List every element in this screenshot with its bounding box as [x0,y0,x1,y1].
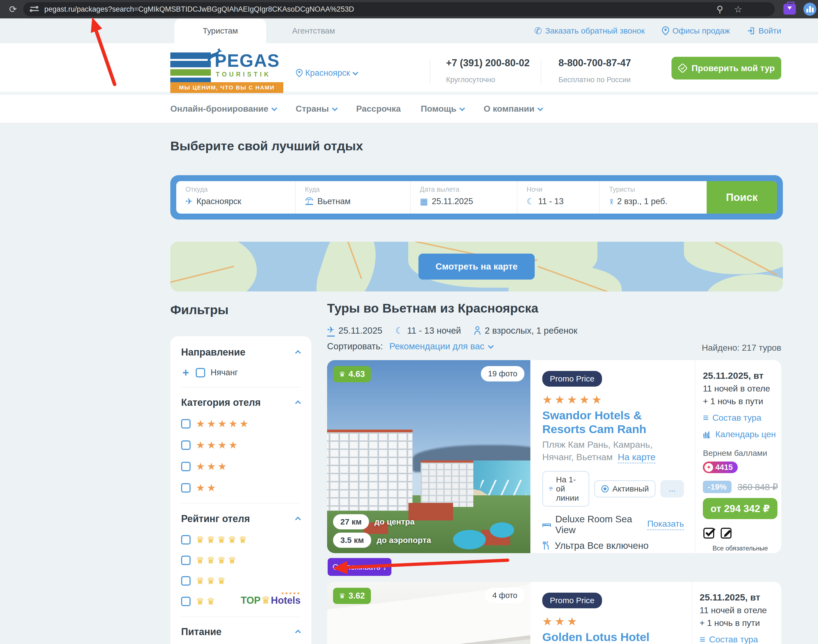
distance-row: 3.5 км до аэропорта [333,533,431,548]
booking-check-icon[interactable] [703,526,716,539]
checkbox[interactable] [181,462,191,471]
checkbox[interactable] [196,368,205,377]
plus-icon[interactable]: + [181,368,190,377]
checkbox[interactable] [181,419,191,429]
distance-label: до центра [374,517,415,526]
chevron-up-icon[interactable] [295,350,301,356]
phone-primary[interactable]: +7 (391) 200-80-02 Круглосуточно [446,57,530,84]
show-room-link[interactable]: Показать [647,519,684,530]
show-on-map-button[interactable]: Смотреть на карте [418,254,535,279]
hotel-tag[interactable]: Активный [594,480,656,497]
distance-value: 3.5 км [333,533,371,548]
site-header-top: Туристам Агентствам ✆ Заказать обратный … [0,18,818,43]
checkbox[interactable] [181,556,191,565]
search-field[interactable]: Ночи ☾11 - 13 [517,181,599,213]
chevron-down-icon [271,105,277,111]
extension-chart-icon[interactable] [803,3,816,16]
hotel-photo[interactable]: ♛4.63 19 фото 27 км до центра 3.5 км до … [327,360,530,553]
check-my-tour-button[interactable]: Проверить мой тур [671,57,781,80]
search-field[interactable]: Откуда ✈Красноярск [176,181,295,213]
bar-chart-icon [703,431,711,439]
callback-link[interactable]: ✆ Заказать обратный звонок [534,25,645,36]
sort-control: Сортировать: Рекомендации для вас [327,341,492,351]
plane-icon: ✈ [185,197,193,206]
checkbox[interactable] [181,576,191,586]
chevron-up-icon[interactable] [295,630,301,635]
login-link[interactable]: Войти [747,26,781,35]
tab-agencies[interactable]: Агентствам [281,18,346,43]
filter-option[interactable]: + Нячанг [181,368,300,377]
site-settings-icon[interactable] [30,5,40,14]
bookmark-star-icon[interactable]: ☆ [734,4,742,15]
checkbox[interactable] [181,597,191,606]
tour-card[interactable]: ♛4.63 19 фото 27 км до центра 3.5 км до … [327,360,781,553]
photo-count-pill[interactable]: 4 фото [485,588,524,603]
page-title: Выберите свой лучший отдых [170,138,363,153]
summary-nights: ☾ 11 - 13 ночей [395,325,461,336]
price-calendar-link[interactable]: Календарь цен [703,429,778,439]
nav-item[interactable]: Рассрочка [356,104,401,114]
star-filter-option[interactable]: ★★★★★ [181,418,300,429]
search-field[interactable]: Туристы 🯅2 взр., 1 реб. [599,181,707,213]
map-preview[interactable]: Смотреть на карте [170,242,783,291]
nights-in-transit: + 1 ночь в пути [703,396,778,406]
star-filter-option[interactable]: ★★ [181,482,300,494]
nights-in-hotel: 11 ночей в отеле [700,605,775,615]
nav-item[interactable]: Онлайн-бронирование [170,104,276,114]
chevron-up-icon[interactable] [295,517,301,522]
star-filter-option[interactable]: ★★★ [181,461,300,472]
nav-item[interactable]: Страны [296,104,336,114]
checkbox[interactable] [181,483,191,492]
reload-icon[interactable]: ⟳ [7,4,19,15]
search-button[interactable]: Поиск [707,181,777,213]
tour-composition-link[interactable]: ≡Состав тура [700,635,775,644]
star-rating: ★★ [196,482,218,494]
extension-suitcase-icon[interactable] [783,4,796,15]
pegas-logo[interactable]: PEGAS TOURISTIK МЫ ЦЕНИМ, ЧТО ВЫ С НАМИ [170,52,283,92]
search-field[interactable]: Дата вылета ▦25.11.2025 [410,181,517,213]
hotel-rating-badge: ♛3.62 [333,588,371,604]
section-title: Категория отеля [181,397,260,408]
cutlery-icon [542,541,550,550]
edit-note-icon[interactable] [720,526,733,539]
photo-count-pill[interactable]: 19 фото [481,366,524,382]
price-button[interactable]: от 294 342 ₽ [703,498,777,519]
nav-item[interactable]: О компании [484,104,542,114]
distance-label: до аэропорта [377,535,431,545]
checkbox[interactable] [181,440,191,450]
chevron-up-icon[interactable] [295,400,301,406]
search-field[interactable]: Куда ⛱Вьетнам [295,181,410,213]
star-filter-option[interactable]: ★★★★ [181,439,300,451]
logo-slogan: МЫ ЦЕНИМ, ЧТО ВЫ С НАМИ [170,82,283,93]
sort-select[interactable]: Рекомендации для вас [389,341,492,351]
calendar-icon: ▦ [420,197,428,206]
hotel-name-link[interactable]: Swandor Hotels & Resorts Cam Ranh [542,408,684,436]
hotel-photo[interactable]: ♛3.62 4 фото [327,582,530,644]
field-value: 2 взр., 1 реб. [617,196,668,206]
meal-row: Ультра Все включено [542,540,684,551]
hotel-tag[interactable]: На 1-ой линии [542,471,589,507]
crown-filter-option[interactable]: ♛♛♛♛♛ [181,534,300,545]
location-icon[interactable]: ⚲ [717,4,723,15]
tour-composition-link[interactable]: ≡Состав тура [703,413,778,423]
on-map-link[interactable]: На карте [618,452,656,463]
filter-section-meal: Питание Без питания Все включено [181,616,300,644]
hotel-name-link[interactable]: Golden Lotus Hotel [542,630,681,644]
nav-item[interactable]: Помощь [421,104,464,114]
address-bar[interactable]: pegast.ru/packages?search=CgMIkQMSBTIDCJ… [23,2,775,16]
offices-link[interactable]: Офисы продаж [662,26,730,35]
phone-secondary[interactable]: 8-800-700-87-47 Бесплатно по России [559,57,631,84]
crown-filter-option[interactable]: ♛♛♛ [181,575,300,586]
login-icon [747,27,755,35]
old-price: 360 848 ₽ [737,482,778,492]
track-price-button[interactable]: Отслеживать ↓ [328,558,391,576]
crown-filter-option[interactable]: ♛♛ TOP ♛ ★★★★★Hotels [181,596,300,607]
more-tags-button[interactable]: ... [660,480,684,497]
distance-value: 27 км [333,514,369,529]
tab-tourists[interactable]: Туристам [175,18,266,43]
plane-takeoff-icon: ✈ [327,324,335,337]
crown-filter-option[interactable]: ♛♛♛♛ [181,555,300,566]
city-selector[interactable]: Красноярск [296,68,357,78]
checkbox[interactable] [181,535,191,544]
tour-card[interactable]: ♛3.62 4 фото Promo Price ★★★ Golden Lotu… [327,582,781,644]
